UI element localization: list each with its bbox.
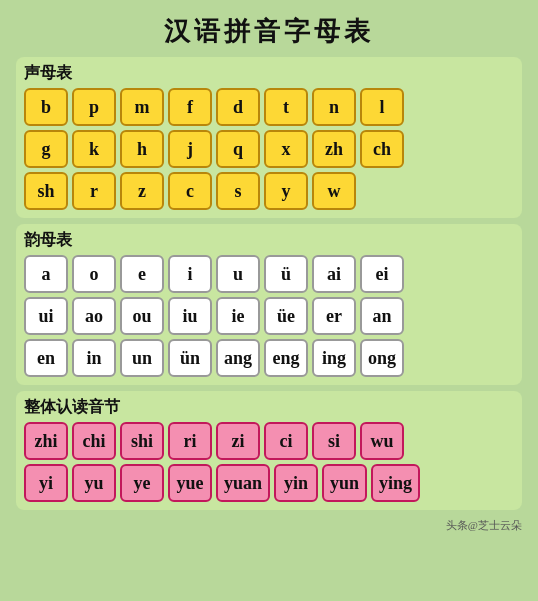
phonetic-card: ie xyxy=(216,297,260,335)
card-row: eninunünangengingong xyxy=(24,339,514,377)
main-container: 汉语拼音字母表 声母表 bpmfdtnlgkhjqxzhchshrzcsyw 韵… xyxy=(0,0,538,601)
phonetic-card: c xyxy=(168,172,212,210)
card-row: bpmfdtnl xyxy=(24,88,514,126)
phonetic-card: ri xyxy=(168,422,212,460)
phonetic-card: m xyxy=(120,88,164,126)
phonetic-card: iu xyxy=(168,297,212,335)
card-row: uiaoouiuieüeeran xyxy=(24,297,514,335)
phonetic-card: e xyxy=(120,255,164,293)
card-row: zhichishirizicisiwu xyxy=(24,422,514,460)
phonetic-card: ao xyxy=(72,297,116,335)
page-title: 汉语拼音字母表 xyxy=(16,14,522,49)
phonetic-card: j xyxy=(168,130,212,168)
phonetic-card: yin xyxy=(274,464,318,502)
phonetic-card: si xyxy=(312,422,356,460)
phonetic-card: i xyxy=(168,255,212,293)
phonetic-card: n xyxy=(312,88,356,126)
phonetic-card: k xyxy=(72,130,116,168)
watermark: 头条@芝士云朵 xyxy=(16,518,522,533)
phonetic-card: ün xyxy=(168,339,212,377)
phonetic-card: er xyxy=(312,297,356,335)
phonetic-card: ü xyxy=(264,255,308,293)
phonetic-card: eng xyxy=(264,339,308,377)
phonetic-card: ing xyxy=(312,339,356,377)
phonetic-card: yu xyxy=(72,464,116,502)
phonetic-card: d xyxy=(216,88,260,126)
phonetic-card: a xyxy=(24,255,68,293)
phonetic-card: an xyxy=(360,297,404,335)
phonetic-card: ying xyxy=(371,464,420,502)
phonetic-card: ci xyxy=(264,422,308,460)
phonetic-card: o xyxy=(72,255,116,293)
phonetic-card: üe xyxy=(264,297,308,335)
phonetic-card: r xyxy=(72,172,116,210)
shengmu-title: 声母表 xyxy=(24,63,514,84)
phonetic-card: wu xyxy=(360,422,404,460)
phonetic-card: b xyxy=(24,88,68,126)
phonetic-card: q xyxy=(216,130,260,168)
card-row: shrzcsyw xyxy=(24,172,514,210)
phonetic-card: z xyxy=(120,172,164,210)
phonetic-card: yue xyxy=(168,464,212,502)
phonetic-card: y xyxy=(264,172,308,210)
phonetic-card: u xyxy=(216,255,260,293)
card-row: yiyuyeyueyuanyinyunying xyxy=(24,464,514,502)
phonetic-card: yun xyxy=(322,464,367,502)
yunmu-section: 韵母表 aoeiuüaieiuiaoouiuieüeeraneninunünan… xyxy=(16,224,522,385)
phonetic-card: t xyxy=(264,88,308,126)
phonetic-card: chi xyxy=(72,422,116,460)
shengmu-section: 声母表 bpmfdtnlgkhjqxzhchshrzcsyw xyxy=(16,57,522,218)
card-row: aoeiuüaiei xyxy=(24,255,514,293)
phonetic-card: ui xyxy=(24,297,68,335)
phonetic-card: x xyxy=(264,130,308,168)
phonetic-card: ch xyxy=(360,130,404,168)
phonetic-card: shi xyxy=(120,422,164,460)
phonetic-card: ai xyxy=(312,255,356,293)
phonetic-card: en xyxy=(24,339,68,377)
yunmu-grid: aoeiuüaieiuiaoouiuieüeeraneninunünangeng… xyxy=(24,255,514,377)
shengmu-grid: bpmfdtnlgkhjqxzhchshrzcsyw xyxy=(24,88,514,210)
phonetic-card: s xyxy=(216,172,260,210)
phonetic-card: zh xyxy=(312,130,356,168)
phonetic-card: p xyxy=(72,88,116,126)
zhengti-section: 整体认读音节 zhichishirizicisiwuyiyuyeyueyuany… xyxy=(16,391,522,510)
phonetic-card: g xyxy=(24,130,68,168)
phonetic-card: ang xyxy=(216,339,260,377)
phonetic-card: f xyxy=(168,88,212,126)
phonetic-card: zhi xyxy=(24,422,68,460)
card-row: gkhjqxzhch xyxy=(24,130,514,168)
phonetic-card: zi xyxy=(216,422,260,460)
phonetic-card: yi xyxy=(24,464,68,502)
yunmu-title: 韵母表 xyxy=(24,230,514,251)
phonetic-card: yuan xyxy=(216,464,270,502)
phonetic-card: sh xyxy=(24,172,68,210)
zhengti-grid: zhichishirizicisiwuyiyuyeyueyuanyinyunyi… xyxy=(24,422,514,502)
phonetic-card: h xyxy=(120,130,164,168)
phonetic-card: w xyxy=(312,172,356,210)
zhengti-title: 整体认读音节 xyxy=(24,397,514,418)
phonetic-card: un xyxy=(120,339,164,377)
phonetic-card: l xyxy=(360,88,404,126)
phonetic-card: ou xyxy=(120,297,164,335)
phonetic-card: ye xyxy=(120,464,164,502)
phonetic-card: ei xyxy=(360,255,404,293)
phonetic-card: ong xyxy=(360,339,404,377)
phonetic-card: in xyxy=(72,339,116,377)
